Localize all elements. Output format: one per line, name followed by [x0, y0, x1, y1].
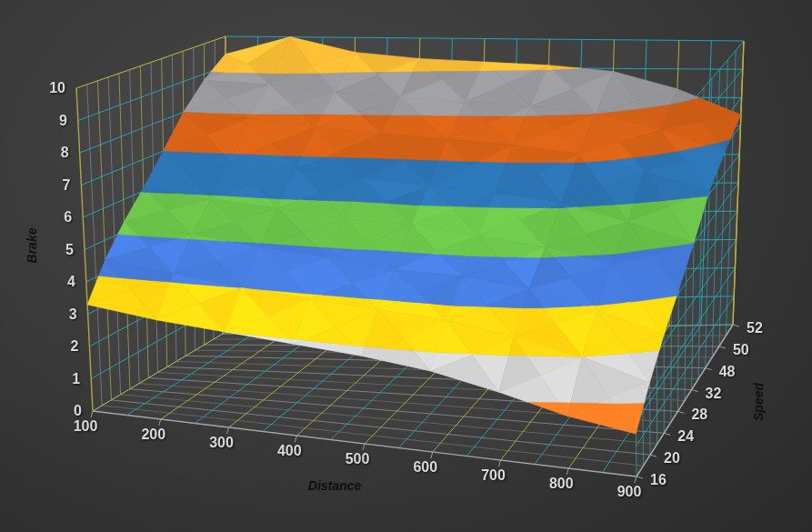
gridline	[664, 433, 670, 435]
x-axis-tick-label: 900	[617, 484, 642, 499]
z-axis-tick-label: 32	[706, 386, 722, 401]
z-axis-tick-label: 16	[650, 472, 667, 487]
y-axis-tick-label: 0	[74, 403, 82, 418]
y-axis-tick-label: 6	[64, 209, 72, 225]
y-axis-tick-label: 1	[72, 371, 80, 386]
x-axis-title: Distance	[308, 478, 362, 493]
z-axis-tick-label: 52	[747, 320, 763, 336]
gridline	[499, 460, 501, 467]
z-axis-tick-label: 28	[691, 407, 707, 422]
x-axis-tick-label: 400	[277, 443, 302, 458]
gridline	[706, 368, 712, 370]
x-axis-tick-label: 200	[141, 427, 165, 442]
gridline	[566, 468, 568, 475]
z-axis-tick-label: 24	[677, 428, 694, 444]
z-axis-tick-label: 20	[664, 450, 680, 466]
gridline	[227, 427, 229, 434]
gridline	[635, 477, 637, 483]
x-axis-tick-label: 700	[481, 467, 506, 483]
surface-chart-svg: 0123456789101002003004005006007008009001…	[0, 0, 812, 532]
y-axis-tick-label: 5	[65, 242, 74, 257]
y-axis-tick-label: 8	[61, 145, 69, 160]
gridline	[692, 390, 698, 392]
gridline	[650, 455, 657, 457]
x-axis-tick-label: 100	[74, 418, 98, 434]
y-axis-tick-label: 4	[67, 274, 75, 289]
z-axis-tick-label: 50	[733, 342, 749, 357]
y-axis-title: Brake	[25, 227, 39, 263]
y-axis-tick-label: 3	[69, 306, 77, 322]
gridline	[733, 325, 739, 326]
x-axis-tick-label: 300	[209, 435, 234, 450]
z-axis-title: Speed	[751, 383, 766, 421]
gridline	[363, 444, 365, 450]
y-axis-tick-label: 7	[62, 177, 70, 193]
y-axis-tick-label: 10	[49, 80, 65, 95]
gridline	[677, 411, 684, 413]
x-axis-tick-label: 800	[549, 476, 574, 491]
gridline	[431, 452, 433, 458]
z-axis-tick-label: 48	[719, 364, 736, 379]
gridline	[91, 411, 93, 417]
y-axis-tick-label: 9	[59, 113, 67, 128]
gridline	[637, 477, 643, 478]
gridline	[159, 419, 161, 426]
gridline	[719, 346, 726, 348]
surface-chart[interactable]: 0123456789101002003004005006007008009001…	[0, 0, 812, 532]
x-axis-tick-label: 500	[346, 451, 370, 467]
x-axis-tick-label: 600	[413, 459, 437, 475]
gridline	[295, 436, 296, 442]
y-axis-tick-label: 2	[70, 338, 78, 354]
